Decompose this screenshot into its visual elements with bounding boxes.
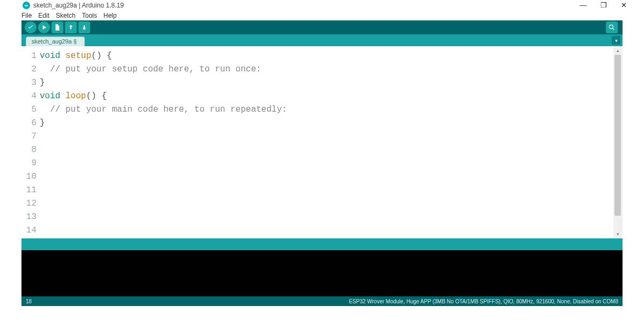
window-title: sketch_aug29a | Arduino 1.8.19 [33,2,124,9]
titlebar: ∞ sketch_aug29a | Arduino 1.8.19 — ❐ ✕ [0,0,644,11]
tabstrip: sketch_aug29a § ▾ [21,34,623,46]
line-number: 14 [21,224,40,237]
line-gutter: 1 2 3 4 5 6 7 8 9 10 11 12 13 14 [21,46,40,238]
vertical-scrollbar[interactable]: ▴ ▾ [613,46,622,238]
output-console[interactable] [21,250,623,296]
menu-help[interactable]: Help [104,12,117,19]
new-file-icon [54,24,61,31]
code-text: } [40,117,613,130]
code-text: } [40,76,613,90]
bottom-statusbar: 18 ESP32 Wrover Module, Huge APP (3MB No… [21,296,623,306]
keyword: void [40,51,60,61]
function-name: setup [65,51,91,61]
code-text: () { [91,51,112,61]
menu-edit[interactable]: Edit [38,12,49,19]
svg-point-0 [609,25,613,28]
code-text: () { [86,91,106,101]
arrow-down-icon [80,24,88,31]
line-number: 8 [21,143,40,157]
scroll-up-icon[interactable]: ▴ [613,46,622,55]
line-number: 2 [21,63,40,76]
scroll-down-icon[interactable]: ▾ [613,230,622,238]
arrow-up-icon [67,24,75,31]
menubar: File Edit Sketch Tools Help [0,11,644,20]
line-number: 10 [21,170,40,184]
arduino-app-icon: ∞ [23,2,30,9]
menu-file[interactable]: File [21,12,32,19]
minimize-button[interactable]: — [580,2,587,9]
menu-tools[interactable]: Tools [82,12,97,19]
tab-sketch[interactable]: sketch_aug29a § [26,37,85,46]
upload-button[interactable] [38,21,50,33]
maximize-button[interactable]: ❐ [601,2,607,9]
toolbar [21,20,623,34]
verify-button[interactable] [25,21,36,33]
check-icon [27,24,34,31]
line-number: 11 [21,184,40,197]
build-status-bar [21,238,623,250]
status-line-col: 18 [26,299,32,304]
line-number: 6 [21,117,40,130]
code-editor[interactable]: 1 2 3 4 5 6 7 8 9 10 11 12 13 14 void se… [21,46,623,238]
line-number: 3 [21,76,40,90]
status-board-info: ESP32 Wrover Module, Huge APP (3MB No OT… [349,299,618,304]
line-number: 13 [21,210,40,224]
scrollbar-thumb[interactable] [614,55,621,216]
line-number: 1 [21,49,40,63]
code-area[interactable]: void setup() { // put your setup code he… [40,46,613,238]
comment: // put your main code here, to run repea… [40,105,287,114]
line-number: 7 [21,130,40,143]
serial-monitor-button[interactable] [606,21,618,33]
line-number: 5 [21,103,40,117]
magnifier-icon [608,24,616,31]
line-number: 9 [21,157,40,170]
close-button[interactable]: ✕ [621,2,627,9]
arrow-right-icon [40,24,48,31]
menu-sketch[interactable]: Sketch [56,12,76,19]
tab-menu-button[interactable]: ▾ [612,36,620,45]
line-number: 4 [21,90,40,103]
function-name: loop [65,91,86,101]
new-button[interactable] [52,21,63,33]
save-button[interactable] [78,21,90,33]
comment: // put your setup code here, to run once… [40,64,261,74]
line-number: 12 [21,197,40,210]
keyword: void [40,91,60,101]
open-button[interactable] [65,21,77,33]
